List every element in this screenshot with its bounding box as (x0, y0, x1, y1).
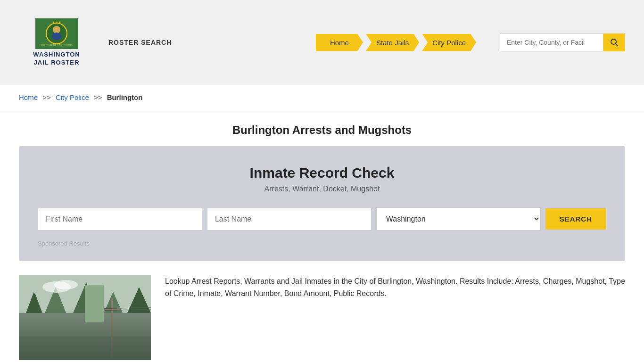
breadcrumb-city-police-link[interactable]: City Police (56, 93, 89, 101)
state-select[interactable]: Washington (376, 207, 541, 230)
breadcrumb: Home >> City Police >> Burlington (0, 85, 644, 110)
roster-search-label: ROSTER SEARCH (108, 39, 172, 46)
content-section: Lookup Arrest Reports, Warrants and Jail… (0, 275, 644, 362)
svg-rect-19 (111, 299, 113, 360)
nav-home-button[interactable]: Home (316, 34, 363, 51)
svg-point-2 (53, 26, 60, 33)
main-nav: Home State Jails City Police (316, 34, 476, 51)
last-name-input[interactable] (207, 208, 372, 230)
nav-state-jails-button[interactable]: State Jails (366, 34, 419, 51)
svg-rect-8 (19, 275, 151, 360)
search-icon (610, 38, 619, 47)
header-search-area (500, 33, 625, 51)
state-flag-icon: ★ ★ ★ THE STATE OF WASHINGTON (35, 18, 78, 49)
city-image-svg (19, 275, 151, 360)
breadcrumb-home-link[interactable]: Home (19, 93, 38, 101)
svg-point-24 (54, 280, 78, 289)
page-title: Burlington Arrests and Mugshots (19, 123, 625, 137)
site-header: ★ ★ ★ THE STATE OF WASHINGTON WASHINGTON… (0, 0, 644, 85)
record-check-box: Inmate Record Check Arrests, Warrant, Do… (19, 146, 625, 261)
first-name-input[interactable] (38, 208, 202, 230)
city-image (19, 275, 151, 360)
svg-point-3 (52, 33, 61, 40)
inmate-search-button[interactable]: SEARCH (545, 208, 606, 230)
record-check-title: Inmate Record Check (38, 165, 606, 181)
svg-line-22 (85, 309, 151, 311)
svg-point-6 (611, 39, 616, 44)
svg-text:★ ★ ★: ★ ★ ★ (52, 21, 61, 24)
breadcrumb-current: Burlington (107, 93, 143, 101)
header-search-button[interactable] (603, 33, 625, 51)
breadcrumb-sep2: >> (94, 93, 102, 101)
svg-line-7 (616, 44, 618, 46)
svg-text:THE STATE OF WASHINGTON: THE STATE OF WASHINGTON (41, 44, 73, 46)
page-title-section: Burlington Arrests and Mugshots (0, 110, 644, 146)
site-title: WASHINGTON JAIL ROSTER (33, 51, 80, 67)
svg-rect-9 (19, 313, 151, 360)
nav-city-police-button[interactable]: City Police (422, 34, 476, 51)
sponsored-label: Sponsored Results (38, 240, 606, 247)
logo-area: ★ ★ ★ THE STATE OF WASHINGTON WASHINGTON… (19, 18, 94, 67)
content-description: Lookup Arrest Reports, Warrants and Jail… (165, 275, 625, 299)
record-check-subtitle: Arrests, Warrant, Docket, Mugshot (38, 185, 606, 193)
breadcrumb-sep1: >> (42, 93, 51, 101)
inmate-search-form: Washington SEARCH (38, 207, 606, 230)
header-search-input[interactable] (500, 33, 603, 51)
svg-rect-18 (19, 337, 151, 360)
